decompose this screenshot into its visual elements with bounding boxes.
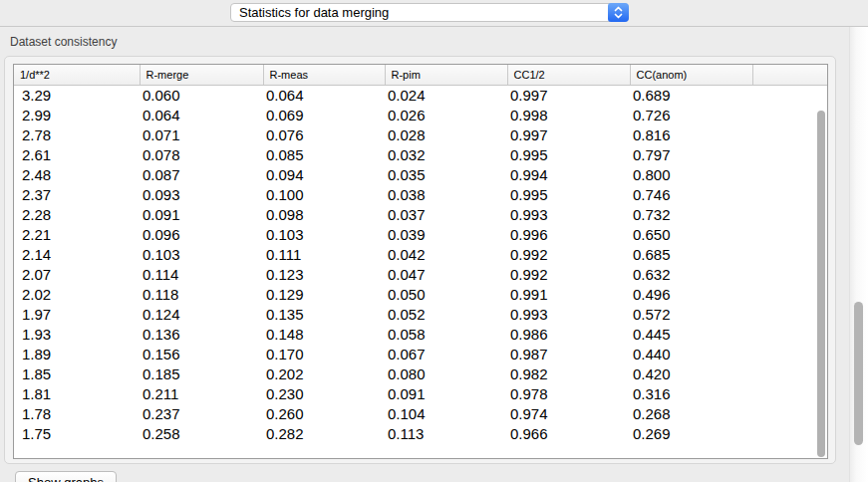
column-header-cc1-2[interactable]: CC1/2 (507, 65, 630, 86)
cell (752, 305, 827, 325)
cell (752, 345, 827, 364)
cell: 0.211 (140, 384, 263, 404)
cell: 0.118 (140, 285, 263, 305)
cell: 0.995 (507, 145, 630, 165)
table-row[interactable]: 2.210.0960.1030.0390.9960.650 (14, 225, 827, 245)
cell: 0.035 (385, 165, 507, 185)
show-graphs-button[interactable]: Show graphs (15, 471, 117, 482)
table-row[interactable]: 2.780.0710.0760.0280.9970.816 (14, 125, 827, 145)
column-header-r-meas[interactable]: R-meas (263, 65, 385, 86)
cell: 0.042 (385, 245, 507, 265)
table-row[interactable]: 2.140.1030.1110.0420.9920.685 (14, 245, 827, 265)
table-row[interactable]: 1.890.1560.1700.0670.9870.440 (14, 345, 827, 364)
cell: 0.993 (507, 305, 630, 325)
table-row[interactable]: 1.850.1850.2020.0800.9820.420 (14, 364, 827, 384)
cell: 0.135 (263, 305, 385, 325)
table-body: 3.290.0600.0640.0240.9970.6892.990.0640.… (14, 86, 827, 445)
cell: 0.039 (385, 225, 507, 245)
cell: 2.02 (14, 285, 140, 305)
table-row[interactable]: 2.370.0930.1000.0380.9950.746 (14, 185, 827, 205)
statistics-table: 1/d**2R-mergeR-measR-pimCC1/2CC(anom) 3.… (13, 64, 828, 459)
cell: 0.076 (263, 125, 385, 145)
cell: 0.316 (630, 384, 752, 404)
cell (752, 265, 827, 285)
cell: 0.123 (263, 265, 385, 285)
cell: 0.124 (140, 305, 263, 325)
cell: 1.93 (14, 325, 140, 345)
table-row[interactable]: 2.280.0910.0980.0370.9930.732 (14, 205, 827, 225)
cell: 0.096 (140, 225, 263, 245)
table-row[interactable]: 2.070.1140.1230.0470.9920.632 (14, 265, 827, 285)
cell: 0.156 (140, 345, 263, 364)
cell: 0.987 (507, 345, 630, 364)
cell: 1.75 (14, 424, 140, 444)
cell (752, 145, 827, 165)
cell: 0.080 (385, 364, 507, 384)
cell: 1.81 (14, 384, 140, 404)
table-row[interactable]: 2.020.1180.1290.0500.9910.496 (14, 285, 827, 305)
cell: 0.689 (630, 86, 752, 107)
cell (752, 364, 827, 384)
table-row[interactable]: 2.990.0640.0690.0260.9980.726 (14, 106, 827, 125)
cell: 2.99 (14, 106, 140, 125)
table-row[interactable]: 1.930.1360.1480.0580.9860.445 (14, 325, 827, 345)
cell: 2.14 (14, 245, 140, 265)
cell: 0.816 (630, 125, 752, 145)
cell: 1.89 (14, 345, 140, 364)
cell: 0.726 (630, 106, 752, 125)
cell (752, 205, 827, 225)
column-header-r-merge[interactable]: R-merge (140, 65, 263, 86)
cell: 0.993 (507, 205, 630, 225)
cell: 0.797 (630, 145, 752, 165)
cell: 0.103 (140, 245, 263, 265)
cell: 0.050 (385, 285, 507, 305)
cell: 0.230 (263, 384, 385, 404)
cell: 0.091 (385, 384, 507, 404)
table-row[interactable]: 1.810.2110.2300.0910.9780.316 (14, 384, 827, 404)
cell: 0.094 (263, 165, 385, 185)
table-scrollbar-thumb[interactable] (817, 111, 825, 457)
cell: 0.091 (140, 205, 263, 225)
cell: 0.052 (385, 305, 507, 325)
table-row[interactable]: 2.610.0780.0850.0320.9950.797 (14, 145, 827, 165)
statistics-dropdown[interactable]: Statistics for data merging (230, 3, 629, 22)
cell: 0.746 (630, 185, 752, 205)
column-header-1-d-2[interactable]: 1/d**2 (14, 65, 140, 86)
cell: 0.445 (630, 325, 752, 345)
cell: 0.685 (630, 245, 752, 265)
table-row[interactable]: 2.480.0870.0940.0350.9940.800 (14, 165, 827, 185)
column-header-r-pim[interactable]: R-pim (385, 65, 507, 86)
table-row[interactable]: 1.970.1240.1350.0520.9930.572 (14, 305, 827, 325)
table-row[interactable]: 1.780.2370.2600.1040.9740.268 (14, 404, 827, 424)
table-row[interactable]: 3.290.0600.0640.0240.9970.689 (14, 86, 827, 107)
cell: 0.997 (507, 86, 630, 107)
window-scrollbar-thumb[interactable] (854, 302, 863, 445)
cell: 0.129 (263, 285, 385, 305)
cell: 0.440 (630, 345, 752, 364)
cell (752, 165, 827, 185)
cell: 0.071 (140, 125, 263, 145)
cell: 2.21 (14, 225, 140, 245)
cell: 0.572 (630, 305, 752, 325)
table-header-row: 1/d**2R-mergeR-measR-pimCC1/2CC(anom) (14, 65, 827, 86)
cell (752, 225, 827, 245)
window-scrollbar[interactable] (849, 27, 868, 482)
cell: 0.024 (385, 86, 507, 107)
cell: 0.800 (630, 165, 752, 185)
up-down-chevrons-icon (608, 3, 629, 22)
cell: 0.269 (630, 424, 752, 444)
section-title: Dataset consistency (10, 35, 117, 49)
cell: 0.632 (630, 265, 752, 285)
cell: 0.093 (140, 185, 263, 205)
cell: 0.037 (385, 205, 507, 225)
table-row[interactable]: 1.750.2580.2820.1130.9660.269 (14, 424, 827, 444)
column-header-empty[interactable] (752, 65, 827, 86)
cell (752, 185, 827, 205)
column-header-cc-anom[interactable]: CC(anom) (630, 65, 752, 86)
cell: 0.098 (263, 205, 385, 225)
cell: 0.038 (385, 185, 507, 205)
cell: 0.282 (263, 424, 385, 444)
cell: 0.268 (630, 404, 752, 424)
cell: 0.047 (385, 265, 507, 285)
cell: 0.258 (140, 424, 263, 444)
